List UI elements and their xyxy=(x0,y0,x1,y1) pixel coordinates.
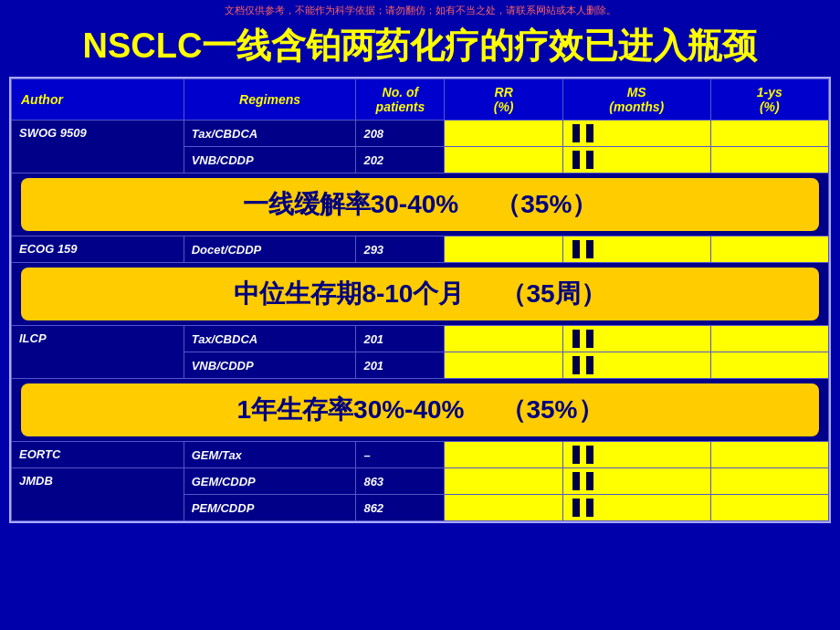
ms-cell xyxy=(562,326,710,352)
regimen-cell: VNB/CDDP xyxy=(184,352,356,379)
header-ms: MS(months) xyxy=(562,79,710,121)
ys1-cell xyxy=(710,468,828,495)
ms-cell xyxy=(562,121,710,147)
ms-cell xyxy=(562,236,710,263)
table-row: EORTC GEM/Tax – xyxy=(12,442,829,468)
banner-2-text1: 中位生存期8-10个月 xyxy=(234,277,464,311)
header-author: Author xyxy=(12,79,184,121)
regimen-cell: Tax/CBDCA xyxy=(184,326,356,352)
table-row: ECOG 159 Docet/CDDP 293 xyxy=(12,236,829,263)
ys1-cell xyxy=(710,495,828,521)
table-header-row: Author Regimens No. ofpatients RR(%) MS(… xyxy=(12,79,829,121)
ys1-cell xyxy=(710,147,828,173)
header-patients: No. ofpatients xyxy=(356,79,445,121)
rr-cell xyxy=(445,495,562,521)
ys1-cell xyxy=(710,236,828,263)
banner-1-text2: （35%） xyxy=(495,187,597,222)
regimen-cell: VNB/CDDP xyxy=(184,147,356,173)
regimen-cell: GEM/CDDP xyxy=(184,468,356,495)
rr-cell xyxy=(445,442,562,468)
patients-cell: 208 xyxy=(356,121,445,147)
table-container: Author Regimens No. ofpatients RR(%) MS(… xyxy=(9,77,831,523)
ys1-cell xyxy=(710,121,828,147)
rr-cell xyxy=(445,326,562,352)
table-row: SWOG 9509 Tax/CBDCA 208 xyxy=(12,121,829,147)
author-cell: JMDB xyxy=(12,468,184,521)
banner-row-3: 1年生存率30%-40% （35%） xyxy=(12,379,829,442)
table-row: ILCP Tax/CBDCA 201 xyxy=(12,326,829,352)
ms-cell xyxy=(562,495,710,521)
ys1-cell xyxy=(710,352,828,379)
disclaimer-text: 文档仅供参考，不能作为科学依据；请勿翻仿；如有不当之处，请联系网站或本人删除。 xyxy=(0,0,840,19)
patients-cell: 862 xyxy=(356,495,445,521)
regimen-cell: GEM/Tax xyxy=(184,442,356,468)
author-cell: ECOG 159 xyxy=(12,236,184,263)
patients-cell: 202 xyxy=(356,147,445,173)
patients-cell: 293 xyxy=(356,236,445,263)
banner-3: 1年生存率30%-40% （35%） xyxy=(21,383,819,436)
main-title: NSCLC一线含铂两药化疗的疗效已进入瓶颈 xyxy=(0,19,840,77)
header-1ys: 1-ys(%) xyxy=(710,79,828,121)
ms-cell xyxy=(562,147,710,173)
ys1-cell xyxy=(710,442,828,468)
banner-3-text2: （35%） xyxy=(500,393,603,427)
banner-1-text1: 一线缓解率30-40% xyxy=(243,187,459,222)
banner-2-text2: （35周） xyxy=(500,277,605,311)
author-cell: SWOG 9509 xyxy=(12,121,184,173)
rr-cell xyxy=(445,352,562,379)
table-row: JMDB GEM/CDDP 863 xyxy=(12,468,829,495)
ms-cell xyxy=(562,468,710,495)
patients-cell: – xyxy=(356,442,445,468)
rr-cell xyxy=(445,468,562,495)
patients-cell: 201 xyxy=(356,326,445,352)
header-regimens: Regimens xyxy=(184,79,356,121)
rr-cell xyxy=(445,236,562,263)
rr-cell xyxy=(445,121,562,147)
disclaimer-bar: 文档仅供参考，不能作为科学依据；请勿翻仿；如有不当之处，请联系网站或本人删除。 xyxy=(0,0,840,19)
banner-3-text1: 1年生存率30%-40% xyxy=(236,393,464,427)
author-cell: EORTC xyxy=(12,442,184,468)
ys1-cell xyxy=(710,326,828,352)
regimen-cell: PEM/CDDP xyxy=(184,495,356,521)
banner-1: 一线缓解率30-40% （35%） xyxy=(21,178,819,231)
rr-cell xyxy=(445,147,562,173)
regimen-cell: Docet/CDDP xyxy=(184,236,356,263)
ms-cell xyxy=(562,352,710,379)
banner-row-1: 一线缓解率30-40% （35%） xyxy=(12,173,829,236)
banner-row-2: 中位生存期8-10个月 （35周） xyxy=(12,263,829,326)
header-rr: RR(%) xyxy=(445,79,562,121)
author-cell: ILCP xyxy=(12,326,184,379)
ms-cell xyxy=(562,442,710,468)
banner-2: 中位生存期8-10个月 （35周） xyxy=(21,268,819,320)
patients-cell: 201 xyxy=(356,352,445,379)
regimen-cell: Tax/CBDCA xyxy=(184,121,356,147)
patients-cell: 863 xyxy=(356,468,445,495)
